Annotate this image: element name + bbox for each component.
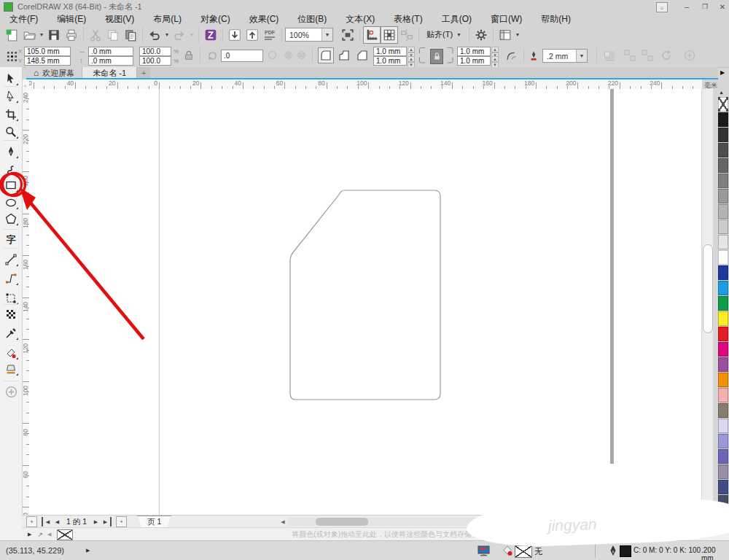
palette-swatch[interactable] <box>718 419 728 433</box>
palette-swatch[interactable] <box>718 219 728 234</box>
flyout-indicator[interactable] <box>16 119 18 121</box>
lock-ratio-button[interactable] <box>184 50 194 61</box>
maximize-button[interactable]: ❐ <box>698 2 712 11</box>
object-y-position-field[interactable]: 148.5 mm <box>24 56 71 66</box>
palette-swatch[interactable] <box>718 357 728 372</box>
add-page-end-button[interactable]: + <box>116 516 127 527</box>
palette-swatch[interactable] <box>718 464 728 479</box>
wrap-text-link-button[interactable] <box>624 50 636 61</box>
print-button[interactable] <box>63 26 80 44</box>
edit-corners-together-button[interactable] <box>430 49 443 64</box>
options-button[interactable] <box>472 26 490 44</box>
zoom-tool[interactable] <box>3 124 19 139</box>
mirror-vertical-button[interactable] <box>296 50 307 61</box>
palette-flyout-icon[interactable]: ▶ <box>28 532 31 537</box>
show-guidelines-button[interactable] <box>398 26 416 44</box>
connector-tool[interactable] <box>3 271 19 286</box>
palette-swatch[interactable] <box>718 281 728 295</box>
smart-fill-tool[interactable] <box>3 361 19 376</box>
rotation-angle-field[interactable]: .0 <box>221 50 263 62</box>
snap-to-button[interactable]: 贴齐(T)▼ <box>422 28 466 42</box>
eyedropper-tool[interactable] <box>3 325 19 341</box>
menu-item[interactable]: 表格(T) <box>384 14 432 25</box>
flyout-indicator[interactable] <box>16 223 18 225</box>
menu-item[interactable]: 对象(C) <box>191 14 240 25</box>
palette-swatch[interactable] <box>718 128 728 142</box>
refresh-button[interactable] <box>660 50 672 61</box>
palette-swatch[interactable] <box>718 434 728 448</box>
text-wrap-button[interactable] <box>604 50 615 61</box>
hscroll-left-arrow[interactable]: ◀ <box>281 519 284 525</box>
palette-scroll-left-icon[interactable]: ◀ <box>47 532 51 537</box>
window-layout-button[interactable] <box>496 26 514 44</box>
ruler-origin-icon[interactable]: ⌞ <box>22 79 29 90</box>
crop-tool[interactable] <box>3 106 19 122</box>
flyout-indicator[interactable] <box>16 136 18 139</box>
outline-pen-icon[interactable] <box>609 545 617 557</box>
ellipse-tool[interactable] <box>3 195 19 210</box>
palette-swatch[interactable] <box>718 311 728 326</box>
round-corner-button[interactable] <box>318 47 334 63</box>
palette-swatch[interactable] <box>718 373 728 387</box>
show-rulers-button[interactable] <box>363 26 381 44</box>
horizontal-ruler[interactable]: 604020020406080100120140160180200220240 <box>29 79 702 90</box>
palette-swatch[interactable] <box>718 250 728 265</box>
corner-radius-bl-field[interactable]: 1.0 mm <box>373 56 407 66</box>
status-flyout-icon[interactable]: ▶ <box>86 548 90 553</box>
palette-swatch[interactable] <box>718 112 728 127</box>
add-page-start-button[interactable]: + <box>26 516 37 527</box>
save-button[interactable] <box>45 26 63 44</box>
new-document-button[interactable] <box>3 26 20 44</box>
next-page-button[interactable]: ▶ <box>91 517 101 526</box>
vertical-scrollbar-thumb[interactable] <box>703 244 713 333</box>
flyout-indicator[interactable] <box>16 373 18 376</box>
corner-radius-tr-field[interactable]: 1.0 mm <box>457 47 491 56</box>
object-height-field[interactable]: .0 mm <box>88 56 133 66</box>
flyout-indicator[interactable] <box>16 283 18 285</box>
scale-x-field[interactable]: 100.0 <box>139 47 171 56</box>
full-screen-button[interactable] <box>339 26 356 44</box>
vertical-scrollbar[interactable] <box>701 89 713 515</box>
palette-scroll-up-icon[interactable]: ▲ <box>719 90 724 95</box>
menu-item[interactable]: 工具(O) <box>432 14 481 25</box>
tab-scroll-right-icon[interactable]: ▶ <box>720 69 725 76</box>
drawn-shape-chamfered-rectangle[interactable] <box>284 186 452 405</box>
pick-tool[interactable] <box>3 71 19 86</box>
corner-radius-bl-spinner[interactable]: ▲▼ <box>408 56 415 68</box>
doc-palette-swatch-none[interactable] <box>57 529 73 540</box>
scale-y-field[interactable]: 100.0 <box>139 56 171 66</box>
text-tool[interactable]: 字 <box>3 232 19 247</box>
palette-swatch[interactable] <box>718 388 728 402</box>
corner-radius-tl-field[interactable]: 1.0 mm <box>373 47 407 56</box>
menu-item[interactable]: 帮助(H) <box>531 14 580 25</box>
menu-item[interactable]: 布局(L) <box>144 14 191 25</box>
object-x-position-field[interactable]: 105.0 mm <box>24 47 71 56</box>
outline-width-select[interactable]: .2 mm▼ <box>542 49 588 63</box>
menu-item[interactable]: 效果(C) <box>240 14 289 25</box>
first-page-button[interactable]: ◀ <box>42 517 52 526</box>
zoom-level-select[interactable]: 100%▼ <box>285 28 333 42</box>
palette-swatch[interactable] <box>718 204 728 219</box>
dimension-tool[interactable] <box>3 252 19 267</box>
redo-dropdown[interactable]: ▾ <box>188 31 195 38</box>
palette-swatch[interactable] <box>718 480 728 494</box>
mesh-fill-tool[interactable] <box>3 306 19 322</box>
scalloped-corner-button[interactable] <box>336 47 352 63</box>
palette-swatch[interactable] <box>718 174 728 188</box>
flyout-indicator[interactable] <box>16 357 18 359</box>
redo-button[interactable] <box>171 26 188 44</box>
palette-swatch[interactable] <box>718 189 728 203</box>
palette-swatch[interactable] <box>718 449 728 464</box>
menu-item[interactable]: 窗口(W) <box>481 14 531 25</box>
flyout-indicator[interactable] <box>16 83 18 85</box>
interactive-fill-tool[interactable] <box>3 345 19 360</box>
show-grid-button[interactable] <box>381 26 398 44</box>
export-button[interactable] <box>243 26 261 44</box>
corner-radius-br-field[interactable]: 1.0 mm <box>457 56 491 66</box>
flyout-indicator[interactable] <box>16 338 18 340</box>
fill-color-icon[interactable] <box>502 545 513 556</box>
mirror-horizontal-button[interactable] <box>283 50 294 61</box>
palette-swatch[interactable] <box>718 143 728 158</box>
palette-swatch[interactable] <box>718 296 728 311</box>
corner-radius-br-spinner[interactable]: ▲▼ <box>491 56 499 68</box>
